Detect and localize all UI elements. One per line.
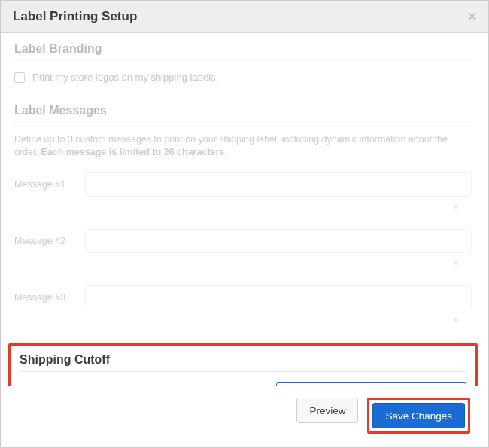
modal-footer: Preview Save Changes bbox=[1, 386, 482, 447]
cutoff-heading: Shipping Cutoff bbox=[20, 353, 466, 372]
messages-help-limit: Each message is limited to 26 characters… bbox=[41, 147, 226, 157]
save-button[interactable]: Save Changes bbox=[372, 403, 465, 428]
preview-button[interactable]: Preview bbox=[296, 398, 358, 423]
close-icon[interactable]: × bbox=[467, 8, 477, 25]
messages-help: Define up to 3 custom messages to print … bbox=[14, 133, 472, 159]
message-input-3[interactable] bbox=[85, 285, 472, 309]
label-messages-section: Label Messages Define up to 3 custom mes… bbox=[14, 104, 472, 324]
label-branding-section: Label Branding Print my store logos on m… bbox=[14, 42, 472, 83]
message-row-1: Message #1 bbox=[14, 172, 472, 197]
branding-checkbox[interactable] bbox=[14, 72, 25, 83]
modal-body: Label Branding Print my store logos on m… bbox=[1, 33, 488, 447]
chevron-down-icon[interactable]: ▼ bbox=[452, 315, 460, 324]
message-input-2[interactable] bbox=[85, 229, 472, 253]
branding-checkbox-row[interactable]: Print my store logos on my shipping labe… bbox=[14, 72, 472, 83]
modal-header: Label Printing Setup × bbox=[1, 1, 488, 33]
chevron-down-icon[interactable]: ▼ bbox=[452, 203, 460, 211]
message-row-2: Message #2 bbox=[14, 229, 472, 253]
message-label: Message #3 bbox=[14, 292, 76, 303]
message-row-3: Message #3 bbox=[14, 285, 472, 309]
save-highlight: Save Changes bbox=[367, 398, 470, 434]
chevron-down-icon[interactable]: ▼ bbox=[452, 259, 460, 267]
branding-heading: Label Branding bbox=[14, 42, 472, 61]
modal-title: Label Printing Setup bbox=[13, 9, 137, 24]
message-label: Message #1 bbox=[14, 179, 76, 190]
message-input-1[interactable] bbox=[85, 172, 472, 197]
messages-heading: Label Messages bbox=[14, 104, 472, 123]
branding-checkbox-label: Print my store logos on my shipping labe… bbox=[32, 72, 218, 83]
message-label: Message #2 bbox=[14, 236, 76, 246]
